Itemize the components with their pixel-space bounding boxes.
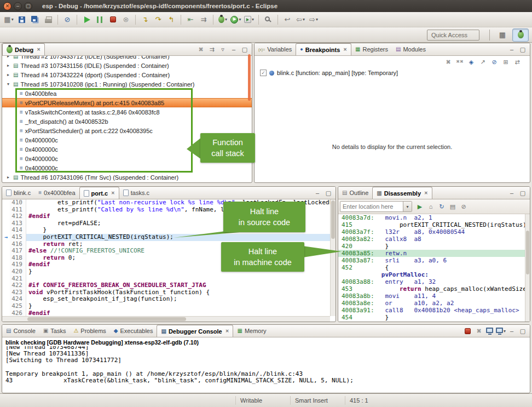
- breakpoint-entry[interactable]: ✓ blink.c [function: app_main] [type: Te…: [255, 68, 530, 78]
- disassembly-line[interactable]: 40083a85: retw.n: [338, 250, 530, 257]
- instruction-stepping-mode-button[interactable]: ⇉: [207, 44, 217, 54]
- tab-blink-c[interactable]: blink.c: [2, 187, 34, 199]
- disassembly-line[interactable]: 40083a82: callx8 a8: [338, 236, 530, 243]
- quick-access-box[interactable]: Quick Access: [427, 30, 479, 41]
- display-selected-console-button[interactable]: [485, 326, 495, 336]
- tab-modules[interactable]: ▤Modules: [392, 43, 430, 55]
- tab-variables[interactable]: (x)=Variables: [255, 43, 296, 55]
- go-to-file-for-breakpoint-button[interactable]: ↗: [478, 57, 488, 67]
- show-breakpoints-for-selection-button[interactable]: ◈: [466, 57, 476, 67]
- step-return-button[interactable]: ↰: [165, 13, 178, 26]
- close-tab-icon[interactable]: ✕: [343, 47, 347, 52]
- minimize-view-button[interactable]: –: [507, 44, 517, 54]
- expand-arrow-icon[interactable]: ▸: [5, 72, 11, 77]
- show-source-button[interactable]: ▤: [448, 202, 458, 211]
- maximize-view-button[interactable]: ▢: [518, 44, 528, 54]
- disassembly-line[interactable]: 420 }: [338, 243, 530, 250]
- thread-row[interactable]: ▸▤Thread #3 1073431156 (IDLE) (Suspended…: [2, 61, 252, 70]
- expand-arrow-icon[interactable]: ▸: [5, 56, 11, 59]
- stack-frame-row[interactable]: ≡_frxt_dispatch() at 0x4008532b: [2, 117, 252, 126]
- stack-frame-row[interactable]: ≡0x4000000c: [2, 163, 252, 173]
- tab-registers[interactable]: ▦Registers: [351, 43, 392, 55]
- expand-arrow-icon[interactable]: ▸: [5, 63, 11, 68]
- refresh-view-button[interactable]: ↻: [437, 202, 447, 211]
- maximize-view-button[interactable]: ▢: [518, 188, 528, 198]
- step-over-button[interactable]: ↷: [152, 13, 165, 26]
- remove-all-breakpoints-button[interactable]: ✖✖: [455, 57, 465, 67]
- stack-frame-row[interactable]: ≡0x4000000c: [2, 154, 252, 163]
- tab-outline[interactable]: ▤Outline: [338, 187, 372, 199]
- debug-perspective-button[interactable]: [512, 28, 529, 42]
- view-menu-button[interactable]: ▿: [218, 44, 228, 54]
- close-tab-icon[interactable]: ✕: [225, 329, 229, 334]
- minimize-view-button[interactable]: –: [507, 188, 517, 198]
- remove-all-terminated-button[interactable]: ✖: [196, 44, 206, 54]
- disassembly-line[interactable]: 40083a87: srli a3, a0, 6: [338, 257, 530, 264]
- disassembly-line[interactable]: 454 }: [338, 314, 530, 321]
- tab-debugger-console[interactable]: ▤Debugger Console✕: [157, 325, 233, 337]
- close-window-button[interactable]: ✕: [3, 2, 11, 10]
- code-line[interactable]: 424 esp_set_breakpoint_if_jtag(function)…: [2, 296, 330, 303]
- remove-launch-button[interactable]: ✖: [474, 326, 484, 336]
- open-console-button[interactable]: ▾: [496, 326, 506, 336]
- tab-port-c[interactable]: port.c✕: [79, 187, 119, 199]
- home-button[interactable]: ⌂: [426, 202, 436, 211]
- scrollbar-thumb[interactable]: [526, 231, 529, 274]
- disassembly-line[interactable]: 40083a8e: or a10, a2, a2: [338, 300, 530, 307]
- open-perspective-button[interactable]: ▦: [494, 28, 511, 42]
- disassembly-line[interactable]: 40083a7f: l32r a8, 0x40080544: [338, 228, 530, 236]
- disassembly-scrollbar[interactable]: [525, 214, 530, 322]
- new-button[interactable]: ▦▾: [2, 13, 15, 26]
- resume-button[interactable]: [80, 13, 93, 26]
- code-line[interactable]: 413 ret=pdFALSE;: [2, 220, 330, 227]
- skip-breakpoints-button[interactable]: ⊘: [459, 202, 469, 211]
- stack-frame-row[interactable]: ≡0x4000000c: [2, 135, 252, 145]
- scrollbar-thumb[interactable]: [331, 200, 335, 239]
- tab-debug[interactable]: Debug✕: [2, 43, 45, 55]
- disassembly-line[interactable]: 40083a7d: movi.n a2, 1: [338, 214, 530, 221]
- suspend-button[interactable]: [93, 13, 106, 26]
- print-button[interactable]: [42, 13, 55, 26]
- thread-row[interactable]: ▸▤Thread #4 1073432224 (dport) (Suspende…: [2, 70, 252, 79]
- editor-vertical-scrollbar[interactable]: [330, 199, 336, 316]
- location-combo[interactable]: ▾: [340, 201, 412, 212]
- tab-problems[interactable]: ⚠Problems: [70, 325, 109, 337]
- thread-row[interactable]: ▾▤Thread #5 1073410208 (ipc1 : Running) …: [2, 79, 252, 89]
- tab-tasks[interactable]: ▣Tasks: [39, 325, 70, 337]
- debug-button[interactable]: ▾: [216, 13, 229, 26]
- save-all-button[interactable]: [28, 13, 42, 26]
- link-with-debug-view-button[interactable]: ⇄: [512, 57, 522, 67]
- navigate-to-pc-button[interactable]: ▶: [415, 202, 425, 211]
- scrollbar-thumb[interactable]: [27, 317, 186, 321]
- code-line[interactable]: 419#endif: [2, 261, 330, 268]
- tab-disassembly[interactable]: ▥Disassembly✕: [372, 187, 432, 199]
- tab-breakpoints[interactable]: ●Breakpoints✕: [296, 43, 351, 55]
- forward-button[interactable]: ⇨▾: [307, 13, 320, 26]
- breakpoint-checkbox[interactable]: ✓: [260, 70, 267, 76]
- location-dropdown-icon[interactable]: ▾: [403, 202, 412, 211]
- instruction-stepping-button[interactable]: ⇉: [197, 13, 210, 26]
- search-button[interactable]: [262, 13, 275, 26]
- location-input[interactable]: [340, 203, 402, 210]
- expand-arrow-icon[interactable]: ▾: [5, 82, 11, 87]
- minimize-view-button[interactable]: –: [229, 44, 239, 54]
- minimize-view-button[interactable]: –: [507, 326, 517, 336]
- code-line[interactable]: 425}: [2, 303, 330, 310]
- console-output[interactable]: [New Thread 1073468744][New Thread 10734…: [2, 346, 530, 393]
- code-line[interactable]: 418 return 0;: [2, 255, 330, 262]
- maximize-window-button[interactable]: ▢: [24, 2, 32, 10]
- maximize-view-button[interactable]: ▢: [518, 326, 528, 336]
- editor-horizontal-scrollbar[interactable]: [2, 316, 330, 322]
- skip-all-breakpoints-button[interactable]: ⊘: [489, 57, 499, 67]
- external-tools-button[interactable]: ▾: [242, 13, 256, 26]
- thread-row[interactable]: ▸▤Thread #6 1073431096 (Tmr Svc) (Suspen…: [2, 173, 252, 182]
- run-button[interactable]: ▾: [229, 13, 242, 26]
- disassembly-line[interactable]: 415 portEXIT_CRITICAL_NESTED(irqStatus);: [338, 221, 530, 228]
- terminate-console-button[interactable]: [463, 326, 473, 336]
- stack-frame-row[interactable]: ≡0x4000bfea: [2, 89, 252, 98]
- drop-to-frame-button[interactable]: ⇤: [184, 13, 197, 26]
- maximize-view-button[interactable]: ▢: [240, 44, 250, 54]
- last-edit-location-button[interactable]: ↩: [281, 13, 294, 26]
- disassembly-line[interactable]: 452 {: [338, 264, 530, 271]
- tab-memory[interactable]: ▦Memory: [233, 325, 270, 337]
